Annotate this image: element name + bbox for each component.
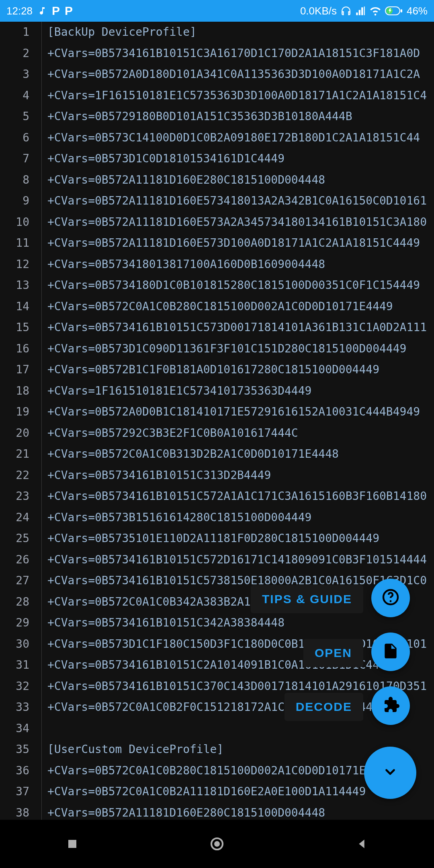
- line-number: 37: [0, 781, 29, 802]
- code-line[interactable]: +CVars=0B573D1C090D11361F3F101C151D280C1…: [47, 338, 434, 360]
- line-number: 31: [0, 655, 29, 676]
- svg-rect-5: [68, 840, 76, 848]
- line-number: 14: [0, 296, 29, 317]
- code-line[interactable]: +CVars=0B573418013817100A160D0B160900444…: [47, 254, 434, 275]
- letter-p-icon: P: [52, 4, 60, 18]
- system-nav-bar: [0, 820, 434, 868]
- line-number: 19: [0, 401, 29, 423]
- tips-guide-label[interactable]: TIPS & GUIDE: [251, 585, 363, 613]
- code-line[interactable]: +CVars=0B572B1C1F0B181A0D101617280C18151…: [47, 359, 434, 381]
- status-right: 0.0KB/s 46%: [300, 5, 428, 17]
- line-number: 21: [0, 444, 29, 465]
- chevron-down-icon: [383, 764, 398, 781]
- code-line[interactable]: +CVars=0B572C0A1C0B280C1815100D002A1C0D0…: [47, 296, 434, 317]
- code-line[interactable]: +CVars=0B5734161B10151C573D00171814101A3…: [47, 317, 434, 338]
- puzzle-icon: [381, 695, 400, 716]
- code-line[interactable]: +CVars=0B573D1C0D18101534161D1C4449: [47, 148, 434, 170]
- help-button[interactable]: [371, 579, 410, 617]
- signal-icon: [355, 6, 366, 16]
- code-line[interactable]: +CVars=0B5734161B10151C342A38384448: [47, 612, 434, 634]
- code-line[interactable]: [BackUp DeviceProfile]: [47, 22, 434, 43]
- line-number: 12: [0, 254, 29, 275]
- line-number: 13: [0, 275, 29, 296]
- code-line[interactable]: [47, 718, 434, 739]
- code-editor[interactable]: 1234567891011121314151617181920212223242…: [0, 22, 434, 820]
- line-number: 36: [0, 760, 29, 782]
- line-number: 16: [0, 338, 29, 360]
- line-number-gutter: 1234567891011121314151617181920212223242…: [0, 22, 42, 820]
- code-line[interactable]: +CVars=0B572A0D180D101A341C0A1135363D3D1…: [47, 64, 434, 85]
- code-line[interactable]: +CVars=0B5729180B0D101A151C35363D3B10180…: [47, 106, 434, 127]
- code-line[interactable]: +CVars=0B572A11181D160E280C1815100D00444…: [47, 802, 434, 820]
- status-bar: 12:28 P P 0.0KB/s 46%: [0, 0, 434, 22]
- line-number: 3: [0, 64, 29, 85]
- line-number: 18: [0, 381, 29, 402]
- line-number: 4: [0, 85, 29, 106]
- wifi-icon: [370, 5, 381, 16]
- line-number: 5: [0, 106, 29, 127]
- line-number: 28: [0, 592, 29, 613]
- code-line[interactable]: +CVars=0B572A0D0B1C181410171E57291616152…: [47, 401, 434, 423]
- collapse-fab-button[interactable]: [364, 747, 416, 799]
- code-line[interactable]: +CVars=0B572A11181D160E573D100A0D18171A1…: [47, 233, 434, 254]
- line-number: 34: [0, 718, 29, 739]
- code-line[interactable]: +CVars=1F161510181E1C5735363D3D100A0D181…: [47, 85, 434, 106]
- line-number: 24: [0, 507, 29, 528]
- svg-rect-2: [401, 9, 402, 12]
- line-number: 30: [0, 634, 29, 655]
- line-number: 26: [0, 549, 29, 571]
- code-line[interactable]: +CVars=0B5734180D1C0B101815280C1815100D0…: [47, 275, 434, 296]
- svg-point-4: [390, 600, 392, 602]
- code-line[interactable]: +CVars=0B572A11181D160E573418013A2A342B1…: [47, 190, 434, 212]
- code-line[interactable]: +CVars=0B572A11181D160E280C1815100D00444…: [47, 170, 434, 191]
- open-label[interactable]: OPEN: [303, 639, 363, 667]
- code-line[interactable]: +CVars=0B5735101E110D2A11181F0D280C18151…: [47, 528, 434, 549]
- svg-point-7: [214, 841, 220, 847]
- status-time: 12:28: [6, 5, 33, 17]
- music-note-icon: [37, 6, 47, 16]
- line-number: 23: [0, 486, 29, 507]
- decode-button[interactable]: [371, 686, 410, 725]
- code-line[interactable]: +CVars=0B572A11181D160E573A2A34573418013…: [47, 212, 434, 233]
- line-number: 1: [0, 22, 29, 43]
- line-number: 6: [0, 127, 29, 149]
- line-number: 27: [0, 570, 29, 592]
- back-button[interactable]: [353, 835, 371, 853]
- line-number: 2: [0, 43, 29, 64]
- line-number: 33: [0, 697, 29, 718]
- home-button[interactable]: [208, 835, 226, 853]
- line-number: 20: [0, 423, 29, 444]
- line-number: 7: [0, 148, 29, 170]
- question-circle-icon: [381, 588, 400, 608]
- code-line[interactable]: +CVars=0B572C0A1C0B313D2B2A1C0D0D10171E4…: [47, 444, 434, 465]
- code-line[interactable]: +CVars=0B5734161B10151C3A16170D1C170D2A1…: [47, 43, 434, 64]
- code-line[interactable]: +CVars=0B573C14100D0D1C0B2A09180E172B180…: [47, 127, 434, 149]
- code-line[interactable]: +CVars=0B57292C3B3E2F1C0B0A101617444C: [47, 423, 434, 444]
- code-line[interactable]: +CVars=0B5734161B10151C572D16171C1418090…: [47, 549, 434, 571]
- open-file-button[interactable]: [371, 633, 410, 671]
- line-number: 15: [0, 317, 29, 338]
- line-number: 35: [0, 739, 29, 760]
- battery-icon: [385, 6, 403, 15]
- code-line[interactable]: +CVars=0B573B15161614280C1815100D004449: [47, 507, 434, 528]
- code-line[interactable]: +CVars=0B5734161B10151C572A1A1C171C3A161…: [47, 486, 434, 507]
- headphones-icon: [341, 6, 351, 16]
- battery-percent: 46%: [407, 5, 428, 17]
- line-number: 8: [0, 170, 29, 191]
- file-icon: [382, 642, 399, 661]
- code-line[interactable]: +CVars=0B5734161B10151C313D2B4449: [47, 465, 434, 486]
- line-number: 25: [0, 528, 29, 549]
- line-number: 9: [0, 190, 29, 212]
- code-line[interactable]: +CVars=1F161510181E1C5734101735363D4449: [47, 381, 434, 402]
- line-number: 17: [0, 359, 29, 381]
- line-number: 10: [0, 212, 29, 233]
- line-number: 32: [0, 676, 29, 697]
- line-number: 11: [0, 233, 29, 254]
- line-number: 38: [0, 802, 29, 820]
- letter-p-icon: P: [65, 4, 73, 18]
- recent-apps-button[interactable]: [63, 835, 81, 853]
- decode-label[interactable]: DECODE: [285, 693, 363, 721]
- line-number: 22: [0, 465, 29, 486]
- line-number: 29: [0, 612, 29, 634]
- status-left: 12:28 P P: [6, 4, 73, 18]
